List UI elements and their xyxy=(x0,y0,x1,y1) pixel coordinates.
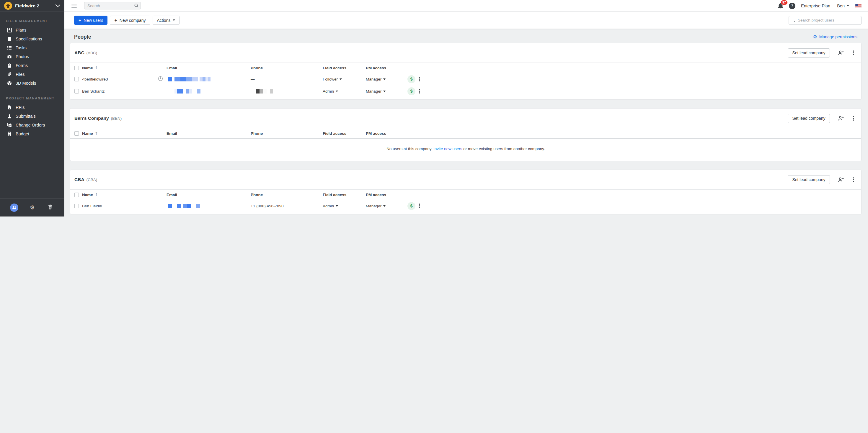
column-field-access[interactable]: Field access xyxy=(323,66,366,70)
cube-icon xyxy=(7,80,12,86)
billing-badge[interactable]: $ xyxy=(407,87,415,95)
column-pm-access[interactable]: PM access xyxy=(366,193,407,197)
sidebar-item-submittals[interactable]: Submittals xyxy=(0,112,64,121)
redacted-email xyxy=(166,89,251,94)
sidebar-item-label: Specifications xyxy=(16,37,42,41)
change-orders-icon xyxy=(7,123,12,128)
sidebar-item-specifications[interactable]: Specifications xyxy=(0,34,64,43)
phone-value: — xyxy=(251,77,323,81)
company-code: (CBA) xyxy=(87,177,97,182)
sidebar-footer: ⚙ xyxy=(0,198,64,216)
sidebar-item-label: Budget xyxy=(16,132,29,136)
people-nav-button[interactable] xyxy=(8,203,20,212)
table-header: Name↑ Email Phone Field access PM access xyxy=(70,189,434,200)
sort-asc-icon: ↑ xyxy=(95,131,98,136)
row-menu-button[interactable] xyxy=(415,88,424,95)
column-email[interactable]: Email xyxy=(166,131,251,136)
column-email[interactable]: Email xyxy=(166,193,251,197)
pm-access-dropdown[interactable]: Manager xyxy=(366,204,407,208)
actions-dropdown-button[interactable]: Actions xyxy=(153,15,180,25)
rfi-document-icon xyxy=(7,105,12,110)
plus-icon: + xyxy=(114,18,117,23)
redacted-email xyxy=(166,77,251,81)
sidebar-item-change-orders[interactable]: Change Orders xyxy=(0,121,64,130)
column-field-access[interactable]: Field access xyxy=(323,131,366,136)
user-name[interactable]: Ben Fieldie xyxy=(82,204,102,208)
field-access-dropdown[interactable]: Admin xyxy=(323,204,366,208)
column-phone[interactable]: Phone xyxy=(251,131,323,136)
sidebar-item-photos[interactable]: Photos xyxy=(0,52,64,61)
pm-access-dropdown[interactable]: Manager xyxy=(366,77,407,81)
sidebar-item-rfis[interactable]: RFIs xyxy=(0,103,64,112)
column-name[interactable]: Name xyxy=(82,66,93,70)
company-name: CBA xyxy=(74,177,85,182)
select-all-checkbox[interactable] xyxy=(74,193,79,197)
new-users-button[interactable]: + New users xyxy=(74,15,107,25)
row-checkbox[interactable] xyxy=(74,77,79,81)
sidebar-item-label: Plans xyxy=(16,28,26,32)
billing-badge[interactable]: $ xyxy=(407,202,415,210)
hamburger-menu-icon[interactable] xyxy=(71,4,77,8)
sidebar-item-plans[interactable]: Plans xyxy=(0,26,64,34)
toolbar: + New users + New company Actions xyxy=(64,12,434,29)
actions-label: Actions xyxy=(157,18,170,23)
column-email[interactable]: Email xyxy=(166,66,251,70)
paperclip-icon xyxy=(7,72,12,77)
chevron-down-icon[interactable] xyxy=(56,4,60,7)
main-content: People ⚙ Manage permissions ABC (ABC) Se… xyxy=(64,29,434,216)
field-access-dropdown[interactable]: Admin xyxy=(323,89,366,94)
phone-value: +1 (888) 456-7890 xyxy=(251,204,323,208)
sidebar-item-label: 3D Models xyxy=(16,81,36,86)
column-name[interactable]: Name xyxy=(82,131,93,136)
select-all-checkbox[interactable] xyxy=(74,66,79,70)
chevron-down-icon xyxy=(336,205,338,207)
row-checkbox[interactable] xyxy=(74,204,79,208)
sidebar-item-files[interactable]: Files xyxy=(0,70,64,79)
invite-new-users-link[interactable]: Invite new users xyxy=(433,146,434,151)
people-icon xyxy=(10,203,18,212)
project-title: Fieldwire 2 xyxy=(15,3,39,8)
plans-icon xyxy=(7,27,12,33)
sidebar-item-budget[interactable]: Budget xyxy=(0,130,64,138)
pm-access-dropdown[interactable]: Manager xyxy=(366,89,407,94)
spec-book-icon xyxy=(7,36,12,42)
new-company-button[interactable]: + New company xyxy=(110,15,150,25)
gear-icon: ⚙ xyxy=(30,205,35,210)
company-card-abc: ABC (ABC) Set lead company Name↑ Email P… xyxy=(70,43,434,100)
task-list-icon xyxy=(7,45,12,51)
sort-asc-icon: ↑ xyxy=(95,65,98,70)
column-pm-access[interactable]: PM access xyxy=(366,131,407,136)
table-header: Name↑ Email Phone Field access PM access xyxy=(70,128,434,139)
project-switcher[interactable]: Fieldwire 2 xyxy=(0,0,64,12)
project-settings-button[interactable]: ⚙ xyxy=(26,205,38,210)
sidebar-item-label: Files xyxy=(16,72,25,77)
chevron-down-icon xyxy=(340,78,342,80)
row-menu-button[interactable] xyxy=(415,75,424,82)
deleted-items-button[interactable] xyxy=(44,204,56,210)
company-code: (BEN) xyxy=(111,116,122,121)
camera-icon xyxy=(7,54,12,59)
redacted-email xyxy=(166,204,251,208)
global-search-input[interactable] xyxy=(84,2,141,9)
user-name[interactable]: Ben Schantz xyxy=(82,89,105,94)
sidebar-item-label: Change Orders xyxy=(16,123,45,127)
column-pm-access[interactable]: PM access xyxy=(366,66,407,70)
section-project-management: PROJECT MANAGEMENT xyxy=(0,88,64,103)
select-all-checkbox[interactable] xyxy=(74,131,79,136)
field-access-dropdown[interactable]: Follower xyxy=(323,77,366,81)
user-name[interactable]: <benfieldwire3 xyxy=(82,77,108,81)
billing-badge[interactable]: $ xyxy=(407,75,415,83)
row-checkbox[interactable] xyxy=(74,89,79,94)
company-card-bens-company: Ben's Company (BEN) Set lead company Nam… xyxy=(70,108,434,161)
row-menu-button[interactable] xyxy=(415,202,424,209)
column-phone[interactable]: Phone xyxy=(251,193,323,197)
plus-icon: + xyxy=(79,18,81,23)
sidebar-item-tasks[interactable]: Tasks xyxy=(0,43,64,52)
column-name[interactable]: Name xyxy=(82,193,93,197)
company-name: Ben's Company xyxy=(74,115,109,121)
sidebar-item-3d-models[interactable]: 3D Models xyxy=(0,79,64,88)
sidebar-item-forms[interactable]: Forms xyxy=(0,61,64,70)
column-phone[interactable]: Phone xyxy=(251,66,323,70)
column-field-access[interactable]: Field access xyxy=(323,193,366,197)
sidebar-item-label: Forms xyxy=(16,63,28,68)
